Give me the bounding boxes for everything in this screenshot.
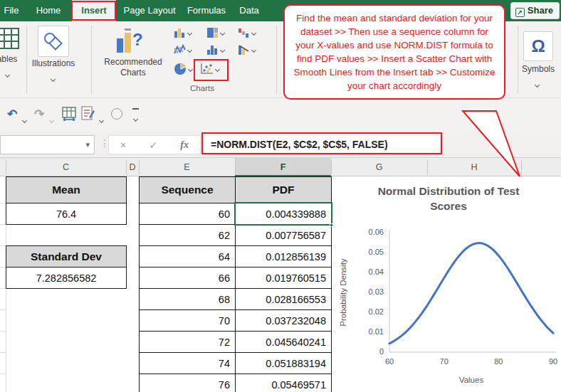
y-axis-tick-label: 0.02	[358, 307, 384, 316]
recommended-charts-label[interactable]: RecommendedCharts	[91, 57, 175, 78]
histogram-chart-icon	[206, 44, 219, 55]
sequence-cell[interactable]: 64	[139, 245, 236, 267]
pdf-cell[interactable]: 0.012856139	[235, 245, 332, 267]
sequence-header-cell[interactable]: Sequence	[139, 176, 236, 203]
column-headers: C D E F G H	[0, 158, 561, 176]
illustrations-icon	[43, 31, 64, 51]
y-axis-tick-label: 0.06	[358, 228, 384, 236]
sequence-cell[interactable]: 68	[139, 288, 236, 310]
y-axis-tick-label: 0.01	[358, 327, 384, 336]
charts-group-label: Charts	[181, 84, 224, 92]
insert-function-icon[interactable]: fx	[180, 139, 189, 151]
tab-home[interactable]: Home	[30, 0, 67, 21]
name-box-dropdown-icon[interactable]: ▾	[85, 140, 90, 149]
tab-file[interactable]: File	[0, 0, 26, 21]
pdf-cell[interactable]: 0.037232048	[235, 309, 332, 332]
pdf-cell[interactable]: 0.007756587	[235, 224, 332, 246]
sequence-cell[interactable]: 60	[139, 203, 236, 225]
tab-formulas[interactable]: Formulas	[182, 0, 231, 21]
std-dev-header-cell[interactable]: Standard Dev	[6, 245, 127, 267]
recommended-charts-button[interactable]: ?	[114, 27, 144, 55]
sequence-cell[interactable]: 66	[139, 267, 236, 289]
tables-chevron-icon[interactable]	[6, 67, 9, 80]
sequence-cell[interactable]: 62	[139, 224, 236, 246]
undo-chevron-icon[interactable]	[23, 112, 26, 125]
insert-line-chart-button[interactable]	[174, 44, 192, 55]
column-header-e[interactable]: E	[139, 158, 235, 176]
pdf-cell[interactable]: 0.05469571	[235, 374, 332, 392]
circle-shape-button[interactable]	[111, 108, 122, 120]
omega-icon: Ω	[531, 36, 545, 56]
pdf-cell[interactable]: 0.028166553	[235, 288, 332, 310]
edit-form-button[interactable]	[81, 106, 95, 122]
instruction-callout: Find the mean and standard deviation for…	[283, 4, 505, 100]
y-axis-title: Probability Density	[339, 246, 347, 339]
x-axis-tick-label: 80	[488, 357, 509, 366]
sequence-cell[interactable]: 76	[139, 374, 236, 392]
selected-cell-outline	[234, 202, 332, 226]
insert-column-chart-button[interactable]	[174, 27, 192, 38]
column-header-g[interactable]: G	[331, 158, 427, 176]
symbols-button[interactable]: Ω	[523, 31, 553, 61]
tab-data[interactable]: Data	[234, 0, 265, 21]
redo-chevron-icon[interactable]	[50, 112, 53, 125]
worksheet-grid[interactable]: Mean 76.4 Standard Dev 7.282856582 Seque…	[0, 176, 561, 392]
insert-scatter-chart-button[interactable]	[199, 63, 219, 75]
y-axis-tick-label: 0.04	[358, 267, 384, 276]
column-header-c[interactable]: C	[6, 158, 126, 176]
mean-value-cell[interactable]: 76.4	[6, 203, 127, 225]
symbols-group-label[interactable]: Symbols	[518, 64, 559, 74]
combo-chart-icon	[238, 44, 250, 55]
insert-statistic-chart-button[interactable]	[206, 44, 224, 55]
pdf-cell[interactable]: 0.045640241	[235, 331, 332, 353]
insert-combo-chart-button[interactable]	[238, 44, 256, 55]
formula-bar: ▾ ⋮ × ✓ fx =NORM.DIST(E2, $C$2, $C$5, FA…	[0, 132, 561, 158]
qat-customize-button[interactable]	[131, 108, 140, 124]
illustrations-chevron-icon[interactable]	[51, 71, 55, 84]
sequence-cell[interactable]: 74	[139, 352, 236, 374]
illustrations-button[interactable]	[38, 26, 69, 57]
formula-buttons: × ✓ fx	[108, 135, 201, 154]
cancel-icon[interactable]: ×	[120, 139, 126, 151]
x-axis-tick-label: 60	[379, 357, 400, 366]
std-dev-value-cell[interactable]: 7.282856582	[6, 267, 127, 289]
mean-header-cell[interactable]: Mean	[6, 176, 127, 203]
x-axis-tick-label: 70	[434, 357, 455, 366]
illustrations-group-label[interactable]: Illustrations	[26, 58, 80, 68]
excel-window: File Home Insert Page Layout Formulas Da…	[0, 0, 561, 392]
formula-input[interactable]: =NORM.DIST(E2, $C$2, $C$5, FALSE)	[204, 136, 439, 154]
pdf-cell[interactable]: 0.051883194	[235, 352, 332, 374]
undo-button[interactable]: ↶	[7, 107, 17, 122]
column-chart-icon	[174, 27, 186, 38]
pdf-cell[interactable]: 0.019760515	[235, 267, 332, 289]
recommended-charts-icon: ?	[114, 27, 144, 55]
edit-form-chevron-icon[interactable]	[100, 112, 103, 125]
y-axis-tick-label: 0.03	[358, 287, 384, 296]
symbols-chevron-icon[interactable]	[535, 77, 539, 90]
bell-curve-line	[389, 243, 553, 344]
insert-hierarchy-chart-button[interactable]	[206, 27, 224, 38]
tables-group-label[interactable]: Tables	[0, 54, 21, 64]
sequence-cell[interactable]: 70	[139, 309, 236, 332]
tab-insert[interactable]: Insert	[72, 0, 116, 21]
table-column-width-button[interactable]	[61, 107, 77, 121]
column-header-h[interactable]: H	[427, 158, 521, 176]
name-box[interactable]: ▾	[0, 135, 95, 154]
waterfall-chart-icon	[238, 27, 250, 38]
tab-page-layout[interactable]: Page Layout	[119, 0, 180, 21]
column-header-f[interactable]: F	[235, 158, 331, 176]
pdf-header-cell[interactable]: PDF	[235, 176, 332, 203]
share-button[interactable]: ↗Share	[510, 2, 560, 19]
enter-icon[interactable]: ✓	[149, 139, 157, 151]
insert-pie-chart-button[interactable]	[174, 63, 192, 75]
sequence-cell[interactable]: 72	[139, 331, 236, 353]
line-chart-icon	[174, 44, 186, 55]
x-axis-title: Values	[425, 376, 518, 384]
chart-object[interactable]: Normal Distribution of Test Scores 00.01…	[332, 178, 561, 392]
insert-waterfall-chart-button[interactable]	[238, 27, 256, 38]
x-axis-tick-label: 90	[542, 357, 561, 366]
redo-button[interactable]: ↷	[34, 107, 44, 122]
quick-access-toolbar: ↶ ↷	[0, 98, 561, 132]
table-icon[interactable]	[0, 27, 21, 51]
column-header-d[interactable]: D	[126, 158, 139, 176]
